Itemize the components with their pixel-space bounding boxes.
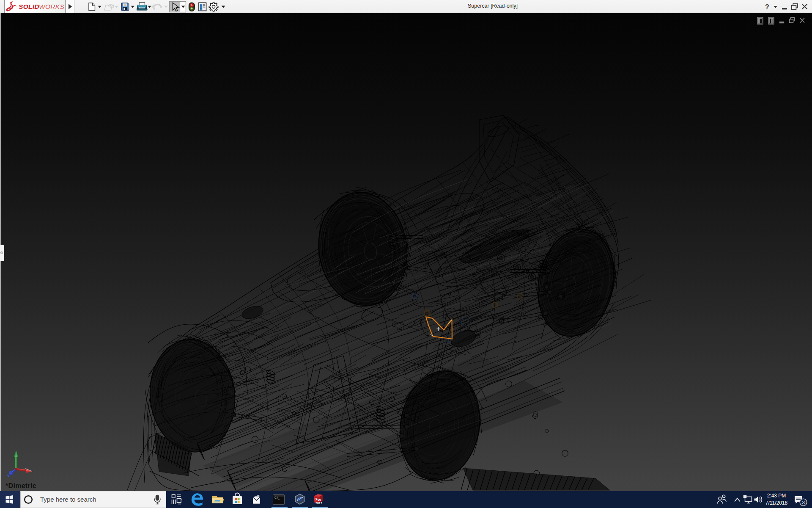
svg-text:?: ? xyxy=(765,3,769,11)
svg-text:2017: 2017 xyxy=(315,502,322,505)
svg-text:C:\_: C:\_ xyxy=(274,496,280,500)
svg-text:WORKS: WORKS xyxy=(39,3,64,10)
svg-text:SOLID: SOLID xyxy=(19,3,39,10)
svg-text:S: S xyxy=(315,497,317,501)
svg-text:3: 3 xyxy=(802,500,805,505)
